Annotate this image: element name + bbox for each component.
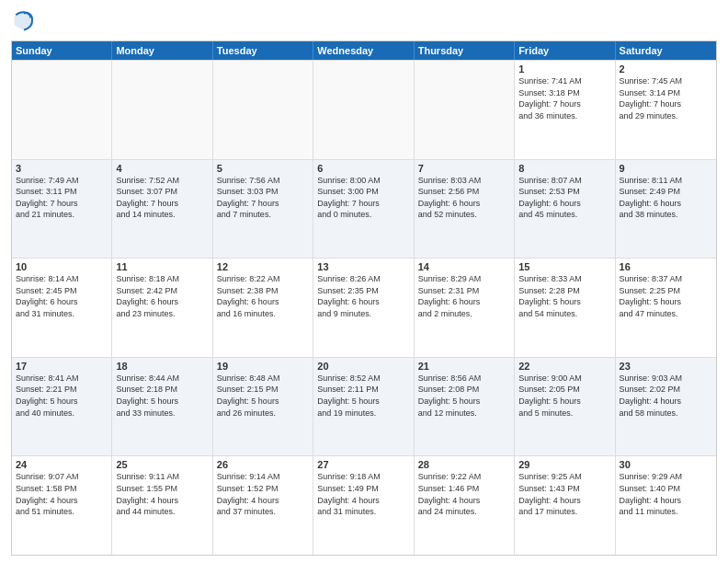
calendar: SundayMondayTuesdayWednesdayThursdayFrid… [11, 40, 717, 556]
day-number: 28 [418, 459, 510, 470]
day-info: Sunrise: 8:44 AM Sunset: 2:18 PM Dayligh… [116, 373, 208, 419]
cal-cell: 29Sunrise: 9:25 AM Sunset: 1:43 PM Dayli… [515, 456, 615, 555]
cal-cell: 6Sunrise: 8:00 AM Sunset: 3:00 PM Daylig… [313, 160, 414, 259]
cal-cell: 16Sunrise: 8:37 AM Sunset: 2:25 PM Dayli… [616, 259, 716, 357]
cal-cell: 14Sunrise: 8:29 AM Sunset: 2:31 PM Dayli… [415, 259, 515, 357]
day-number: 5 [217, 163, 309, 174]
day-number: 29 [518, 459, 610, 470]
header-wednesday: Wednesday [313, 41, 414, 60]
day-number: 22 [518, 361, 610, 372]
cal-cell: 12Sunrise: 8:22 AM Sunset: 2:38 PM Dayli… [213, 259, 313, 357]
cal-cell: 17Sunrise: 8:41 AM Sunset: 2:21 PM Dayli… [12, 358, 112, 456]
header-tuesday: Tuesday [213, 41, 313, 60]
day-info: Sunrise: 8:07 AM Sunset: 2:53 PM Dayligh… [518, 175, 610, 221]
header-monday: Monday [112, 41, 212, 60]
week-row-2: 3Sunrise: 7:49 AM Sunset: 3:11 PM Daylig… [12, 159, 716, 259]
day-info: Sunrise: 8:29 AM Sunset: 2:31 PM Dayligh… [418, 273, 510, 319]
cal-cell: 26Sunrise: 9:14 AM Sunset: 1:52 PM Dayli… [213, 456, 313, 555]
day-number: 6 [317, 163, 409, 174]
day-number: 15 [518, 261, 610, 272]
day-info: Sunrise: 8:56 AM Sunset: 2:08 PM Dayligh… [418, 373, 510, 419]
day-info: Sunrise: 9:18 AM Sunset: 1:49 PM Dayligh… [317, 471, 409, 517]
day-info: Sunrise: 8:26 AM Sunset: 2:35 PM Dayligh… [317, 273, 409, 319]
day-number: 20 [317, 361, 409, 372]
day-number: 13 [317, 261, 409, 272]
cal-cell: 19Sunrise: 8:48 AM Sunset: 2:15 PM Dayli… [213, 358, 313, 456]
cal-cell: 30Sunrise: 9:29 AM Sunset: 1:40 PM Dayli… [616, 456, 716, 555]
day-info: Sunrise: 8:00 AM Sunset: 3:00 PM Dayligh… [317, 175, 409, 221]
day-info: Sunrise: 8:14 AM Sunset: 2:45 PM Dayligh… [16, 273, 108, 319]
cal-cell: 24Sunrise: 9:07 AM Sunset: 1:58 PM Dayli… [12, 456, 112, 555]
cal-cell [112, 61, 212, 159]
day-number: 10 [16, 261, 108, 272]
day-number: 24 [16, 459, 108, 470]
cal-cell: 15Sunrise: 8:33 AM Sunset: 2:28 PM Dayli… [515, 259, 615, 357]
day-info: Sunrise: 9:11 AM Sunset: 1:55 PM Dayligh… [116, 471, 208, 517]
week-row-1: 1Sunrise: 7:41 AM Sunset: 3:18 PM Daylig… [12, 60, 716, 159]
cal-cell [415, 61, 515, 159]
day-info: Sunrise: 9:07 AM Sunset: 1:58 PM Dayligh… [16, 471, 108, 517]
day-info: Sunrise: 9:03 AM Sunset: 2:02 PM Dayligh… [620, 373, 712, 419]
day-info: Sunrise: 9:25 AM Sunset: 1:43 PM Dayligh… [518, 471, 610, 517]
day-number: 14 [418, 261, 510, 272]
calendar-body: 1Sunrise: 7:41 AM Sunset: 3:18 PM Daylig… [12, 60, 716, 555]
logo [11, 9, 35, 35]
day-number: 7 [418, 163, 510, 174]
cal-cell: 3Sunrise: 7:49 AM Sunset: 3:11 PM Daylig… [12, 160, 112, 259]
cal-cell [12, 61, 112, 159]
cal-cell: 13Sunrise: 8:26 AM Sunset: 2:35 PM Dayli… [313, 259, 414, 357]
day-number: 26 [217, 459, 309, 470]
day-number: 19 [217, 361, 309, 372]
day-number: 21 [418, 361, 510, 372]
day-info: Sunrise: 8:48 AM Sunset: 2:15 PM Dayligh… [217, 373, 309, 419]
day-info: Sunrise: 7:41 AM Sunset: 3:18 PM Dayligh… [518, 75, 610, 121]
cal-cell: 20Sunrise: 8:52 AM Sunset: 2:11 PM Dayli… [313, 358, 414, 456]
cal-cell: 5Sunrise: 7:56 AM Sunset: 3:03 PM Daylig… [213, 160, 313, 259]
day-number: 18 [116, 361, 208, 372]
day-number: 30 [620, 459, 712, 470]
day-info: Sunrise: 8:03 AM Sunset: 2:56 PM Dayligh… [418, 175, 510, 221]
cal-cell: 21Sunrise: 8:56 AM Sunset: 2:08 PM Dayli… [415, 358, 515, 456]
day-number: 4 [116, 163, 208, 174]
day-info: Sunrise: 7:49 AM Sunset: 3:11 PM Dayligh… [16, 175, 108, 221]
day-number: 17 [16, 361, 108, 372]
day-number: 27 [317, 459, 409, 470]
day-info: Sunrise: 9:00 AM Sunset: 2:05 PM Dayligh… [518, 373, 610, 419]
day-info: Sunrise: 7:52 AM Sunset: 3:07 PM Dayligh… [116, 175, 208, 221]
cal-cell: 1Sunrise: 7:41 AM Sunset: 3:18 PM Daylig… [515, 61, 615, 159]
day-number: 9 [620, 163, 712, 174]
header-sunday: Sunday [12, 41, 112, 60]
cal-cell: 10Sunrise: 8:14 AM Sunset: 2:45 PM Dayli… [12, 259, 112, 357]
cal-cell: 7Sunrise: 8:03 AM Sunset: 2:56 PM Daylig… [415, 160, 515, 259]
day-number: 8 [518, 163, 610, 174]
cal-cell: 11Sunrise: 8:18 AM Sunset: 2:42 PM Dayli… [112, 259, 212, 357]
day-info: Sunrise: 8:22 AM Sunset: 2:38 PM Dayligh… [217, 273, 309, 319]
cal-cell: 4Sunrise: 7:52 AM Sunset: 3:07 PM Daylig… [112, 160, 212, 259]
day-info: Sunrise: 8:52 AM Sunset: 2:11 PM Dayligh… [317, 373, 409, 419]
day-number: 3 [16, 163, 108, 174]
cal-cell: 27Sunrise: 9:18 AM Sunset: 1:49 PM Dayli… [313, 456, 414, 555]
header-thursday: Thursday [415, 41, 515, 60]
day-info: Sunrise: 9:22 AM Sunset: 1:46 PM Dayligh… [418, 471, 510, 517]
day-info: Sunrise: 8:33 AM Sunset: 2:28 PM Dayligh… [518, 273, 610, 319]
day-number: 16 [620, 261, 712, 272]
cal-cell [313, 61, 414, 159]
day-info: Sunrise: 9:29 AM Sunset: 1:40 PM Dayligh… [620, 471, 712, 517]
cal-cell: 9Sunrise: 8:11 AM Sunset: 2:49 PM Daylig… [616, 160, 716, 259]
day-info: Sunrise: 7:56 AM Sunset: 3:03 PM Dayligh… [217, 175, 309, 221]
cal-cell [213, 61, 313, 159]
header-friday: Friday [515, 41, 615, 60]
cal-cell: 2Sunrise: 7:45 AM Sunset: 3:14 PM Daylig… [616, 61, 716, 159]
day-info: Sunrise: 8:37 AM Sunset: 2:25 PM Dayligh… [620, 273, 712, 319]
day-number: 25 [116, 459, 208, 470]
day-info: Sunrise: 9:14 AM Sunset: 1:52 PM Dayligh… [217, 471, 309, 517]
cal-cell: 18Sunrise: 8:44 AM Sunset: 2:18 PM Dayli… [112, 358, 212, 456]
day-info: Sunrise: 8:11 AM Sunset: 2:49 PM Dayligh… [620, 175, 712, 221]
cal-cell: 8Sunrise: 8:07 AM Sunset: 2:53 PM Daylig… [515, 160, 615, 259]
day-number: 2 [620, 63, 712, 75]
cal-cell: 28Sunrise: 9:22 AM Sunset: 1:46 PM Dayli… [415, 456, 515, 555]
day-number: 23 [620, 361, 712, 372]
day-info: Sunrise: 7:45 AM Sunset: 3:14 PM Dayligh… [620, 75, 712, 121]
header [11, 9, 717, 35]
calendar-header: SundayMondayTuesdayWednesdayThursdayFrid… [12, 41, 716, 60]
